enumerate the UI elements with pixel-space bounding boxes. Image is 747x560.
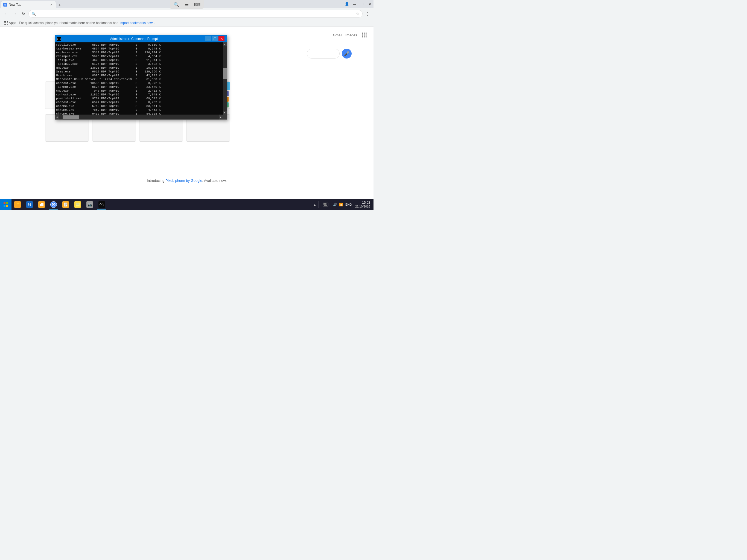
svg-rect-17	[324, 203, 324, 204]
cmd-title-text: Administrator: Command Prompt	[62, 37, 205, 41]
notes-icon	[62, 201, 69, 208]
clock-date: 21/10/2016	[355, 205, 370, 208]
tab-close-button[interactable]: ✕	[49, 2, 54, 7]
address-search-icon: 🔍	[31, 12, 36, 16]
svg-rect-24	[325, 204, 326, 205]
google-search-input[interactable]	[310, 52, 337, 56]
cmd-scroll-thumb[interactable]	[223, 68, 227, 79]
cmd-output-line: explorer.exe 5312 RDP-Tcp#19 3 136,924 K	[56, 51, 226, 54]
cmd-output-line: mmc.exe 13696 RDP-Tcp#19 3 10,372 K	[56, 66, 226, 70]
taskbar-sticky-notes[interactable]	[72, 199, 84, 210]
back-button[interactable]: ←	[2, 10, 10, 18]
powershell-icon: PS	[26, 201, 33, 208]
reload-button[interactable]: ↻	[20, 10, 27, 18]
bookmarks-bar: Apps For quick access, place your bookma…	[0, 19, 374, 27]
notification-expand-button[interactable]: ▲	[312, 203, 317, 206]
taskbar-file-explorer[interactable]	[11, 199, 24, 210]
gmail-link[interactable]: Gmail	[333, 33, 342, 37]
file-explorer-icon	[14, 201, 21, 208]
import-bookmarks-link[interactable]: Import bookmarks now...	[120, 21, 155, 25]
taskbar-cmd[interactable]: C:\	[96, 199, 108, 210]
cmd-output-line: Microsoft.UsHub.Server.Ht 9724 RDP-Tcp#1…	[56, 77, 226, 81]
cmd-output-line: powershell.exe 9784 RDP-Tcp#19 3 69,612 …	[56, 97, 226, 100]
cmd-vertical-scrollbar[interactable]: ▲ ▼	[223, 42, 227, 114]
google-search-box[interactable]	[307, 49, 340, 58]
system-clock[interactable]: 15:02 21/10/2016	[354, 201, 372, 208]
cmd-output-line: conhost.exe 6524 RDP-Tcp#19 3 8,232 K	[56, 100, 226, 104]
window-minimize-button[interactable]: —	[351, 1, 358, 7]
svg-rect-20	[326, 203, 327, 204]
tab-favicon: N	[3, 3, 7, 6]
taskbar-keyboard-button[interactable]	[319, 199, 332, 210]
cmd-output-line: cmd.exe 948 RDP-Tcp#19 3 2,412 K	[56, 89, 226, 93]
sticky-notes-icon	[74, 201, 81, 208]
cmd-output: rdpclip.exe 5532 RDP-Tcp#19 3 9,660 Ktas…	[55, 42, 227, 114]
sound-icon[interactable]: 🔊	[332, 199, 338, 210]
tab-strip: N New Tab ✕ +	[0, 0, 63, 8]
cmd-output-line: Taskmgr.exe 8624 RDP-Tcp#19 3 23,540 K	[56, 85, 226, 89]
taskbar-chrome[interactable]	[48, 199, 60, 210]
cmd-output-line: TabTip32.exe 6176 RDP-Tcp#19 3 3,632 K	[56, 62, 226, 66]
user-account-icon[interactable]: 👤	[343, 1, 351, 7]
cmd-scroll-down-button[interactable]: ▼	[223, 111, 227, 114]
cmd-scroll-corner	[223, 114, 227, 120]
chrome-icon	[50, 201, 57, 208]
cmd-output-line: rdpinput.exe 5676 RDP-Tcp#19 3 4,664 K	[56, 54, 226, 58]
google-search-area: 🎤	[302, 49, 352, 58]
address-bar[interactable]: 🔍 ☆	[28, 10, 363, 18]
cmd-scroll-up-button[interactable]: ▲	[223, 42, 227, 46]
menu-overlay-button[interactable]: ☰	[182, 1, 192, 8]
cmd-title-bar: C:\ Administrator: Command Prompt — ❐ ✕	[55, 35, 227, 42]
google-voice-search[interactable]: 🎤	[342, 49, 352, 58]
svg-rect-26	[327, 204, 327, 205]
images-link[interactable]: Images	[345, 33, 357, 37]
tab-title: New Tab	[9, 3, 49, 6]
language-indicator[interactable]: ENG	[344, 203, 353, 206]
cmd-hscroll-right[interactable]: ►	[219, 114, 223, 120]
cmd-hscroll-left[interactable]: ◄	[55, 114, 59, 120]
cmd-window-controls: — ❐ ✕	[205, 36, 225, 41]
forward-button[interactable]: →	[11, 10, 19, 18]
new-tab-button[interactable]: +	[56, 2, 63, 8]
svg-rect-3	[40, 204, 41, 206]
chrome-menu-button[interactable]: ⋮	[364, 10, 371, 18]
svg-rect-0	[16, 204, 17, 206]
cmd-minimize-button[interactable]: —	[205, 36, 211, 41]
svg-rect-25	[326, 204, 327, 205]
cmd-output-line: chrome.exe 7852 RDP-Tcp#19 3 4,452 K	[56, 108, 226, 112]
cmd-close-button[interactable]: ✕	[218, 36, 225, 41]
intro-text-area: Introducing Pixel, phone by Google. Avai…	[147, 179, 227, 183]
taskbar-camera[interactable]: 📷	[84, 199, 96, 210]
cmd-horizontal-scrollbar[interactable]	[59, 114, 219, 120]
taskbar-notes[interactable]	[60, 199, 72, 210]
intro-text-after: . Available now.	[202, 179, 226, 183]
cmd-output-line: conhost.exe 11816 RDP-Tcp#19 3 7,048 K	[56, 93, 226, 97]
window-close-button[interactable]: ✕	[366, 1, 374, 7]
top-overlay-controls: 🔍 ☰ ⌨	[170, 0, 204, 9]
active-tab[interactable]: N New Tab ✕	[1, 1, 56, 8]
cmd-window[interactable]: C:\ Administrator: Command Prompt — ❐ ✕ …	[55, 35, 227, 120]
pixel-link[interactable]: Pixel, phone by Google	[165, 179, 202, 183]
magnifier-button[interactable]: 🔍	[172, 1, 181, 8]
main-content: Gmail Images C:\ Administrator: Command …	[0, 27, 374, 199]
network-icon[interactable]: 📶	[338, 199, 344, 210]
address-input[interactable]	[37, 12, 354, 16]
google-apps-button[interactable]	[360, 31, 368, 39]
taskbar-items: PS	[11, 199, 311, 210]
window-maximize-button[interactable]: ❐	[358, 1, 366, 7]
cmd-output-line: chrome.exe 5712 RDP-Tcp#19 3 83,644 K	[56, 104, 226, 108]
svg-rect-22	[324, 204, 324, 205]
bookmark-star-icon[interactable]: ☆	[356, 11, 360, 16]
taskbar-powershell[interactable]: PS	[24, 199, 35, 210]
cmd-maximize-button[interactable]: ❐	[212, 36, 218, 41]
start-button[interactable]	[0, 199, 11, 210]
camera-icon: 📷	[86, 201, 93, 208]
clock-time: 15:02	[362, 201, 370, 205]
svg-rect-18	[324, 203, 325, 204]
apps-button[interactable]: Apps	[2, 21, 18, 25]
cmd-hscroll-thumb[interactable]	[62, 116, 79, 119]
keyboard-button[interactable]: ⌨	[192, 1, 202, 8]
google-services: Gmail Images	[333, 31, 368, 39]
taskbar-file-manager[interactable]	[35, 199, 48, 210]
navigation-bar: ← → ↻ 🔍 ☆ ⋮	[0, 8, 374, 19]
